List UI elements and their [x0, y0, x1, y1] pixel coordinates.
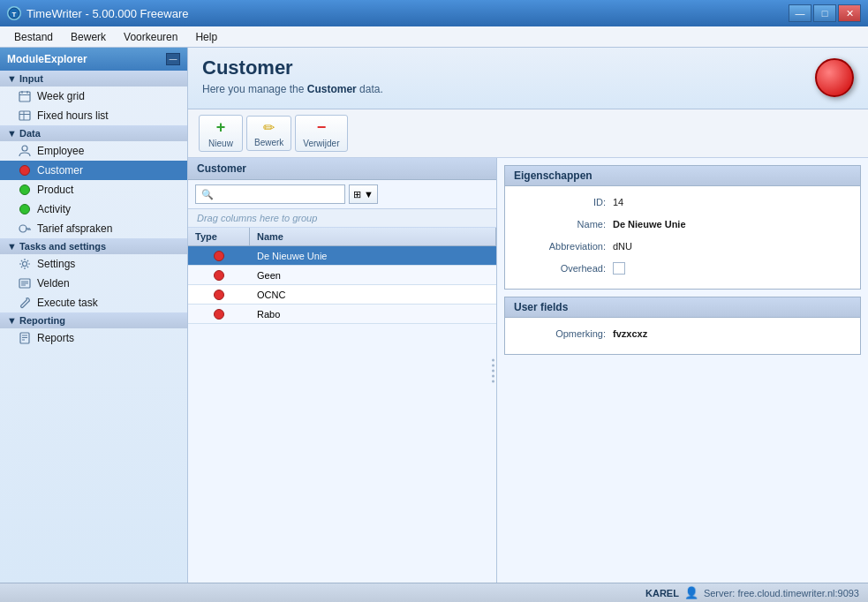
sidebar-item-settings[interactable]: Settings [0, 254, 187, 274]
menu-item-voorkeuren[interactable]: Voorkeuren [117, 29, 185, 45]
page-subtitle: Here you manage the Customer data. [202, 83, 854, 95]
subtitle-bold: Customer [307, 83, 357, 95]
prop-label-id: ID: [516, 197, 613, 207]
product-dot-icon [18, 183, 32, 197]
page-title: Customer [202, 56, 854, 79]
app-title: TimeWriter - 5.00.000 Freeware [26, 7, 189, 20]
prop-value-abbreviation: dNU [613, 241, 632, 252]
row-name-cell: Geen [250, 268, 496, 282]
sidebar-item-week-grid[interactable]: Week grid [0, 87, 187, 106]
sidebar-section-header-data[interactable]: ▼ Data [0, 125, 187, 141]
new-label: Nieuw [208, 139, 233, 148]
delete-label: Verwijder [303, 139, 339, 148]
svg-text:T: T [12, 11, 17, 19]
reports-icon [18, 331, 32, 345]
svg-point-14 [23, 262, 27, 267]
content-area: Customer Here you manage the Customer da… [188, 48, 868, 583]
section-input-label: ▼ Input [7, 73, 43, 84]
row-type-cell [188, 307, 250, 321]
splitter-dot [492, 369, 494, 372]
edit-label: Bewerk [254, 138, 283, 147]
title-bar: T TimeWriter - 5.00.000 Freeware — □ ✕ [0, 0, 868, 26]
splitter-dot [492, 358, 494, 361]
reports-label: Reports [37, 332, 74, 344]
sidebar-minimize-button[interactable]: — [166, 53, 180, 65]
column-header-type: Type [188, 228, 250, 245]
user-fields-section: User fields Opmerking: fvzxcxz [504, 297, 861, 355]
search-input[interactable]: 🔍 [195, 184, 345, 204]
sidebar-section-header-reporting[interactable]: ▼ Reporting [0, 312, 187, 328]
sidebar-item-employee[interactable]: Employee [0, 141, 187, 161]
sidebar-item-execute-task[interactable]: Execute task [0, 293, 187, 312]
minimize-button[interactable]: — [789, 4, 811, 22]
prop-row-id: ID: 14 [516, 193, 849, 211]
velden-icon [18, 276, 32, 290]
table-row[interactable]: Geen [188, 266, 496, 285]
overhead-checkbox[interactable] [613, 262, 625, 275]
search-icon: 🔍 [201, 189, 214, 200]
customer-panel-header: Customer [188, 158, 496, 180]
key-icon [18, 222, 32, 236]
menu-item-help[interactable]: Help [188, 29, 224, 45]
wrench-icon [18, 296, 32, 310]
splitter-handle[interactable] [490, 357, 496, 384]
splitter-dot [492, 364, 494, 366]
splitter-dot [492, 380, 494, 382]
svg-point-9 [22, 146, 27, 151]
customer-panel-title: Customer [197, 162, 246, 175]
sidebar-item-product[interactable]: Product [0, 180, 187, 199]
sidebar-item-customer[interactable]: Customer [0, 161, 187, 180]
section-reporting-label: ▼ Reporting [7, 315, 65, 326]
sidebar-item-velden[interactable]: Velden [0, 274, 187, 293]
sidebar-item-reports[interactable]: Reports [0, 328, 187, 348]
close-button[interactable]: ✕ [838, 4, 861, 22]
velden-label: Velden [37, 277, 70, 290]
prop-value-opmerking: fvzxcxz [613, 328, 647, 339]
svg-point-10 [19, 225, 26, 232]
drag-hint: Drag columns here to group [188, 209, 496, 228]
column-header-name: Name [250, 228, 496, 245]
menu-item-bewerk[interactable]: Bewerk [64, 29, 113, 45]
table-row[interactable]: De Nieuwe Unie [188, 246, 496, 266]
execute-task-label: Execute task [37, 297, 98, 309]
sidebar-section-header-tasks[interactable]: ▼ Tasks and settings [0, 238, 187, 254]
sidebar-item-fixed-hours-list[interactable]: Fixed hours list [0, 106, 187, 125]
sidebar-section-header-input[interactable]: ▼ Input [0, 71, 187, 87]
user-fields-header: User fields [505, 297, 860, 318]
prop-value-id: 14 [613, 197, 623, 207]
sidebar-header: ModuleExplorer — [0, 48, 187, 71]
customer-label: Customer [37, 164, 83, 177]
subtitle-suffix: data. [357, 83, 383, 95]
table-row[interactable]: Rabo [188, 305, 496, 324]
prop-row-opmerking: Opmerking: fvzxcxz [516, 325, 849, 342]
sidebar: ModuleExplorer — ▼ Input Week grid Fixed… [0, 48, 188, 583]
type-dot-icon [214, 309, 224, 320]
activity-label: Activity [37, 203, 71, 215]
status-server: Server: free.cloud.timewriter.nl:9093 [704, 588, 859, 598]
edit-button[interactable]: ✏ Bewerk [246, 116, 291, 151]
calendar-icon [18, 89, 32, 103]
page-header: Customer Here you manage the Customer da… [188, 48, 868, 109]
sidebar-section-reporting: ▼ Reporting Reports [0, 312, 187, 348]
new-button[interactable]: + Nieuw [199, 115, 243, 152]
prop-label-abbreviation: Abbreviation: [516, 241, 613, 252]
pencil-icon: ✏ [263, 119, 275, 136]
properties-section: Eigenschappen ID: 14 Name: De Nieuwe Uni… [504, 165, 861, 290]
search-dropdown[interactable]: ⊞ ▼ [349, 184, 378, 204]
maximize-button[interactable]: □ [813, 4, 836, 22]
menu-item-bestand[interactable]: Bestand [7, 29, 60, 45]
table-header: Type Name [188, 228, 496, 246]
app-icon: T [7, 6, 21, 20]
row-name-cell: Rabo [250, 307, 496, 321]
sidebar-section-tasks: ▼ Tasks and settings Settings Velden Exe… [0, 238, 187, 312]
prop-row-overhead: Overhead: [516, 260, 849, 277]
table-row[interactable]: OCNC [188, 285, 496, 305]
dropdown-arrow: ▼ [364, 189, 374, 199]
tarief-afspraken-label: Tarief afspraken [37, 222, 112, 235]
sidebar-item-tarief-afspraken[interactable]: Tarief afspraken [0, 219, 187, 238]
right-panel: Eigenschappen ID: 14 Name: De Nieuwe Uni… [497, 158, 868, 583]
red-circle-indicator [815, 58, 854, 97]
delete-button[interactable]: − Verwijder [295, 115, 347, 152]
sidebar-item-activity[interactable]: Activity [0, 199, 187, 219]
status-bar: KAREL 👤 Server: free.cloud.timewriter.nl… [0, 583, 868, 602]
